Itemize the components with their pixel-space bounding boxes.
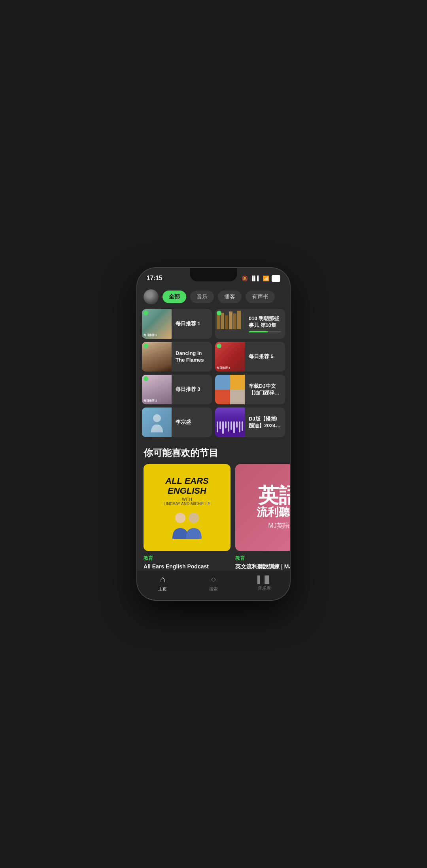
card-dj[interactable]: DJ版【慢摇/蹦迪】2024 🔥 ch... [215, 408, 285, 437]
avatar[interactable] [144, 289, 159, 304]
nav-home[interactable]: ⌂ 主页 [137, 574, 188, 592]
nav-search[interactable]: ○ 搜索 [188, 574, 239, 592]
thumb-daily5: 每日推荐 5 [215, 342, 245, 372]
thumb-mingchao [215, 309, 245, 339]
pod-category-allears: 教育 [144, 555, 231, 562]
pod-name-allears: All Ears English Podcast [144, 563, 231, 570]
card-chedj[interactable]: 车载DJ中文【油门踩碎准备起飞... [215, 375, 285, 404]
card-daily5[interactable]: 每日推荐 5 每日推荐 5 [215, 342, 285, 372]
tab-music[interactable]: 音乐 [190, 291, 214, 303]
filter-tabs-row: 全部 音乐 播客 有声书 [137, 285, 290, 309]
card-daily3[interactable]: 每日推荐 3 每日推荐 3 [142, 375, 212, 404]
search-icon: ○ [211, 574, 216, 585]
card-progress-mingchao [249, 331, 281, 332]
library-icon: ▌▐▌ [257, 576, 271, 584]
card-lizongsheng[interactable]: 李宗盛 [142, 408, 212, 437]
pod-allears[interactable]: ALL EARSENGLISH WITHLINDSAY AND MICHELLE [144, 464, 231, 583]
card-title-mingchao: 010 明朝那些事儿 第10集 [249, 315, 281, 329]
card-title-daily5: 每日推荐 5 [249, 353, 281, 360]
tab-all[interactable]: 全部 [162, 291, 186, 303]
nav-home-label: 主页 [158, 586, 167, 592]
card-title-chedj: 车载DJ中文【油门踩碎准备起飞... [249, 383, 281, 396]
wifi-icon: 📶 [263, 275, 269, 281]
card-mingchao[interactable]: 010 明朝那些事儿 第10集 [215, 309, 285, 339]
nav-search-label: 搜索 [209, 586, 218, 592]
pod-thumb-yingliu: 英語 流利聽說 MJ英語 [235, 464, 290, 551]
thumb-chedj [215, 375, 245, 404]
nav-library-label: 音乐库 [258, 585, 271, 591]
thumb-dj [215, 408, 245, 437]
pod-category-yingliu: 教育 [235, 555, 290, 562]
bell-icon: 🔕 [242, 275, 248, 281]
status-time: 17:15 [147, 275, 162, 282]
thumb-daily3: 每日推荐 3 [142, 375, 172, 404]
card-title-dancing: Dancing In The Flames [176, 350, 208, 364]
pod-yingliu[interactable]: 英語 流利聽說 MJ英語 教育 英文流利聽說訓練 | MJ... 节目 • MJ… [235, 464, 290, 583]
svg-point-1 [175, 513, 185, 523]
home-icon: ⌂ [160, 574, 165, 585]
card-title-lizongsheng: 李宗盛 [176, 419, 208, 426]
thumb-lizongsheng [142, 408, 172, 437]
nav-library[interactable]: ▌▐▌ 音乐库 [239, 576, 290, 591]
thumb-daily1: 每日推荐 1 [142, 309, 172, 339]
card-daily1[interactable]: 每日推荐 1 每日推荐 1 [142, 309, 212, 339]
section-recommend-title: 你可能喜欢的节目 [137, 440, 290, 464]
recent-grid: 每日推荐 1 每日推荐 1 [137, 309, 290, 437]
card-title-daily1: 每日推荐 1 [176, 321, 208, 327]
thumb-dancing [142, 342, 172, 372]
status-icons: 🔕 ▐▌▌ 📶 75 [242, 275, 280, 282]
pod-thumb-allears: ALL EARSENGLISH WITHLINDSAY AND MICHELLE [144, 464, 231, 551]
svg-point-0 [153, 414, 161, 422]
card-title-daily3: 每日推荐 3 [176, 386, 208, 393]
battery-indicator: 75 [272, 275, 280, 282]
card-dancing[interactable]: Dancing In The Flames [142, 342, 212, 372]
card-title-dj: DJ版【慢摇/蹦迪】2024 🔥 ch... [249, 416, 281, 429]
signal-icon: ▐▌▌ [250, 275, 261, 281]
svg-point-2 [189, 513, 199, 523]
bottom-nav: ⌂ 主页 ○ 搜索 ▌▐▌ 音乐库 [137, 570, 290, 600]
pod-name-yingliu: 英文流利聽說訓練 | MJ... [235, 563, 290, 570]
tab-audiobook[interactable]: 有声书 [246, 291, 275, 303]
tab-podcast[interactable]: 播客 [218, 291, 242, 303]
